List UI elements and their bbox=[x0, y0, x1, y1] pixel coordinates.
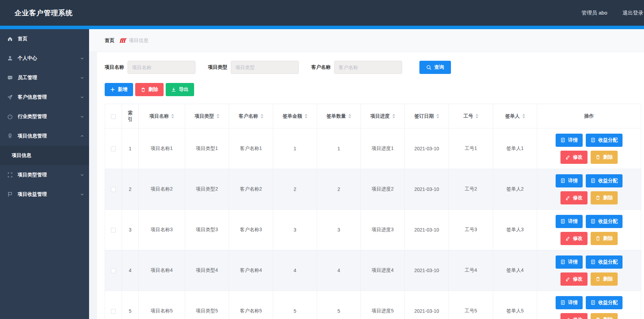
col-header-sign-amount[interactable]: 签单金额 bbox=[273, 104, 317, 128]
sidebar-item-customer-info-mgmt[interactable]: 客户信息管理 bbox=[0, 87, 89, 107]
trash-icon bbox=[595, 276, 600, 282]
cell-sign-amount: 3 bbox=[273, 210, 317, 250]
breadcrumb-home[interactable]: 首页 bbox=[105, 37, 114, 44]
document-icon bbox=[560, 178, 565, 183]
search-button[interactable]: 查询 bbox=[419, 61, 451, 74]
sort-carets-icon bbox=[261, 114, 263, 118]
cell-customer-name: 客户名称3 bbox=[229, 210, 273, 250]
cell-job-number: 工号1 bbox=[449, 128, 493, 169]
sidebar-item-label: 客户信息管理 bbox=[18, 94, 80, 100]
document-icon bbox=[560, 300, 565, 305]
edit-button[interactable]: 修改 bbox=[560, 313, 588, 319]
detail-button[interactable]: 详情 bbox=[556, 134, 583, 147]
col-header-project-name[interactable]: 项目名称 bbox=[139, 104, 185, 128]
sidebar-subitem-project-info[interactable]: 项目信息 bbox=[0, 146, 89, 165]
row-checkbox[interactable] bbox=[111, 228, 116, 233]
power-icon bbox=[7, 114, 13, 120]
edit-button[interactable]: 修改 bbox=[560, 272, 588, 286]
chevron-down-icon bbox=[80, 192, 84, 196]
pen-icon bbox=[565, 277, 570, 282]
col-header-job-number[interactable]: 工号 bbox=[449, 104, 493, 128]
cell-project-name: 项目名称3 bbox=[139, 210, 185, 250]
home-icon bbox=[7, 36, 13, 42]
row-delete-button[interactable]: 删除 bbox=[591, 151, 618, 164]
cell-index: 2 bbox=[122, 169, 139, 210]
cell-project-name: 项目名称1 bbox=[139, 128, 185, 169]
brackets-icon bbox=[7, 172, 13, 178]
col-header-signer[interactable]: 签单人 bbox=[493, 104, 537, 128]
row-checkbox[interactable] bbox=[111, 309, 116, 314]
income-allocate-button[interactable]: 收益分配 bbox=[586, 215, 623, 228]
col-header-sign-date[interactable]: 签订日期 bbox=[405, 104, 449, 128]
cell-sign-count: 1 bbox=[317, 128, 361, 169]
col-header-customer-name[interactable]: 客户名称 bbox=[229, 104, 273, 128]
export-button[interactable]: 导出 bbox=[166, 83, 194, 96]
col-header-progress[interactable]: 项目进度 bbox=[361, 104, 405, 128]
cell-index: 3 bbox=[122, 210, 139, 250]
pen-icon bbox=[565, 317, 570, 319]
row-delete-button[interactable]: 删除 bbox=[591, 191, 618, 204]
logout-link[interactable]: 退出登录 bbox=[623, 10, 643, 16]
chat-icon bbox=[7, 75, 13, 81]
edit-button[interactable]: 修改 bbox=[560, 232, 588, 245]
cell-signer: 签单人5 bbox=[493, 291, 537, 319]
table-row: 5 项目名称5 项目类型5 客户名称5 5 5 项目进度5 2021-03-10… bbox=[105, 291, 641, 319]
batch-delete-button[interactable]: 删除 bbox=[135, 83, 164, 96]
table-body: 1 项目名称1 项目类型1 客户名称1 1 1 项目进度1 2021-03-10… bbox=[105, 128, 641, 319]
sort-carets-icon bbox=[348, 114, 351, 118]
customer-name-label: 客户名称 bbox=[311, 64, 331, 70]
sidebar-item-label: 首页 bbox=[18, 36, 84, 42]
edit-button[interactable]: 修改 bbox=[560, 151, 588, 164]
income-allocate-button[interactable]: 收益分配 bbox=[586, 174, 623, 187]
document-icon bbox=[591, 178, 595, 183]
detail-button[interactable]: 详情 bbox=[556, 255, 583, 269]
sidebar-item-label: 项目收益管理 bbox=[18, 191, 80, 198]
navbar-right: 管理员 abo 退出登录 bbox=[582, 10, 643, 16]
trash-icon bbox=[595, 154, 600, 160]
row-delete-button[interactable]: 删除 bbox=[591, 272, 618, 286]
chevron-up-icon bbox=[80, 134, 84, 138]
row-checkbox[interactable] bbox=[111, 268, 116, 273]
cell-sign-date: 2021-03-10 bbox=[405, 250, 449, 291]
edit-button[interactable]: 修改 bbox=[560, 191, 588, 204]
cell-index: 4 bbox=[122, 250, 139, 291]
row-checkbox[interactable] bbox=[111, 187, 116, 192]
sidebar-item-employee-mgmt[interactable]: 员工管理 bbox=[0, 68, 89, 87]
detail-button[interactable]: 详情 bbox=[556, 296, 583, 309]
sidebar-item-project-info-mgmt[interactable]: 项目信息管理 bbox=[0, 126, 89, 146]
select-all-checkbox[interactable] bbox=[111, 114, 116, 119]
sort-carets-icon bbox=[436, 114, 439, 118]
sidebar-item-home[interactable]: 首页 bbox=[0, 29, 89, 49]
income-allocate-button[interactable]: 收益分配 bbox=[586, 255, 623, 269]
cell-project-type: 项目类型5 bbox=[185, 291, 229, 319]
customer-name-input[interactable] bbox=[334, 61, 402, 74]
row-delete-button[interactable]: 删除 bbox=[591, 313, 618, 319]
chevron-down-icon bbox=[80, 76, 84, 80]
cell-customer-name: 客户名称2 bbox=[229, 169, 273, 210]
row-delete-button[interactable]: 删除 bbox=[591, 232, 618, 245]
income-allocate-button[interactable]: 收益分配 bbox=[586, 296, 623, 309]
current-user[interactable]: 管理员 abo bbox=[582, 10, 607, 16]
sidebar: 首页 个人中心 员工管理 客户信息管理 bbox=[0, 29, 89, 319]
chevron-down-icon bbox=[80, 115, 84, 119]
sidebar-item-project-income-mgmt[interactable]: 项目收益管理 bbox=[0, 185, 89, 204]
project-name-input[interactable] bbox=[128, 61, 195, 74]
pen-icon bbox=[565, 195, 570, 200]
cell-sign-amount: 1 bbox=[273, 128, 317, 169]
sidebar-item-industry-type-mgmt[interactable]: 行业类型管理 bbox=[0, 107, 89, 126]
income-allocate-button[interactable]: 收益分配 bbox=[586, 134, 623, 147]
col-header-sign-count[interactable]: 签单数量 bbox=[317, 104, 361, 128]
sidebar-item-personal-center[interactable]: 个人中心 bbox=[0, 49, 89, 68]
chevron-down-icon bbox=[80, 173, 84, 177]
project-type-input[interactable] bbox=[231, 61, 299, 74]
sidebar-item-label: 员工管理 bbox=[18, 75, 80, 81]
row-checkbox[interactable] bbox=[111, 146, 116, 151]
cell-customer-name: 客户名称1 bbox=[229, 128, 273, 169]
sidebar-item-project-type-mgmt[interactable]: 项目类型管理 bbox=[0, 165, 89, 185]
detail-button[interactable]: 详情 bbox=[556, 215, 583, 228]
document-icon bbox=[560, 259, 565, 265]
col-header-project-type[interactable]: 项目类型 bbox=[185, 104, 229, 128]
detail-button[interactable]: 详情 bbox=[556, 174, 583, 187]
cell-job-number: 工号3 bbox=[449, 210, 493, 250]
add-button[interactable]: 新增 bbox=[105, 83, 133, 96]
